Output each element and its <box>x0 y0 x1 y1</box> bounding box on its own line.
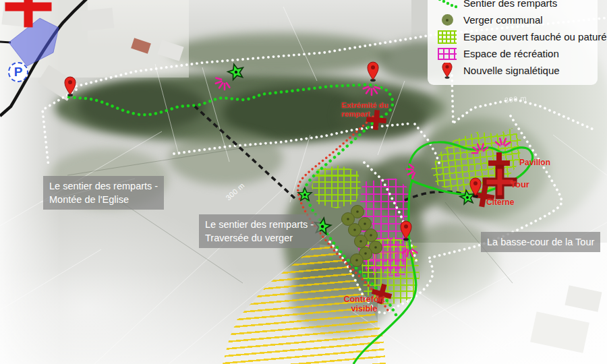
legend-label: Espace de récréation <box>463 48 559 59</box>
legend-label: Nouvelle signalétique <box>463 65 560 76</box>
verger-communal-trees <box>342 206 382 267</box>
legend-label: Verger communal <box>463 14 543 26</box>
feature-label-pavillon: Pavillon <box>519 158 550 168</box>
area-label-basse-cour: La basse-cour de la Tour <box>481 232 600 252</box>
parking-icon: P <box>8 62 28 82</box>
legend-item-recreation: Espace de récréation <box>436 45 594 62</box>
heritage-site-map: Le sentier des remparts - Montée de l'Eg… <box>0 0 607 364</box>
legend-label: Espace ouvert fauché ou paturé <box>463 31 607 42</box>
feature-label-tour: Tour <box>511 180 529 190</box>
legend-item-signaletique: Nouvelle signalétique <box>436 62 594 79</box>
star-markers <box>227 62 475 235</box>
feature-label-citerne: Citerne <box>486 198 514 208</box>
feature-label-extremite: Extrémité du rempart <box>341 101 388 119</box>
area-label-montee-de-l-eglise: Le sentier des remparts - Montée de l'Eg… <box>43 176 164 210</box>
olive-circle-icon <box>436 14 459 26</box>
green-grid-icon <box>436 30 459 44</box>
green-dotted-path-icon <box>436 0 459 9</box>
red-pin-icon <box>436 63 459 79</box>
legend-item-espace-ouvert: Espace ouvert fauché ou paturé <box>436 28 594 45</box>
legend-panel: Sentier des remparts Verger communal Esp… <box>428 0 598 85</box>
legend-item-sentier: Sentier des remparts <box>436 0 594 11</box>
legend-label: Sentier des remparts <box>463 0 557 9</box>
legend-item-verger: Verger communal <box>436 11 594 28</box>
feature-label-contrefort: Contrefort visible <box>335 295 393 314</box>
parking-area-polygon <box>9 18 59 66</box>
area-label-traversee-du-verger: Le sentier des remparts - Traversée du v… <box>199 214 320 248</box>
magenta-grid-icon <box>436 48 459 60</box>
open-space-contour <box>353 142 533 364</box>
